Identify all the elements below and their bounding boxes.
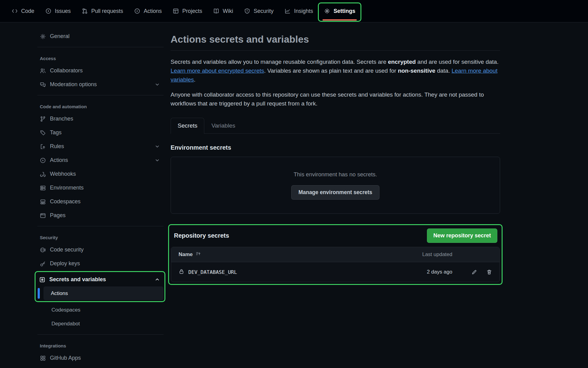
key-icon: [40, 261, 46, 267]
nav-tab-code[interactable]: Code: [7, 0, 39, 22]
book-icon: [213, 8, 219, 14]
sidebar-item-label: Webhooks: [50, 171, 76, 177]
sidebar-item-label: Tags: [50, 129, 62, 136]
chevron-up-icon: [155, 277, 160, 282]
column-header-last-updated: Last updated: [403, 251, 452, 258]
sidebar-divider: [37, 95, 164, 95]
secret-last-updated: 2 days ago: [403, 269, 452, 275]
sidebar-item-webhooks[interactable]: Webhooks: [37, 167, 164, 181]
nav-tab-label: Wiki: [223, 8, 233, 14]
nav-tab-label: Settings: [334, 8, 355, 14]
nav-tab-label: Security: [254, 8, 273, 14]
browser-icon: [40, 213, 46, 219]
sidebar-item-environments[interactable]: Environments: [37, 181, 164, 195]
sidebar-divider: [37, 226, 164, 226]
new-repository-secret-button[interactable]: New repository secret: [427, 228, 497, 243]
sidebar-section-header-integrations: Integrations: [37, 338, 164, 351]
sidebar-item-label: Branches: [50, 116, 73, 122]
sidebar-item-general[interactable]: General: [37, 29, 164, 43]
table-header-row: Name Last updated: [171, 247, 499, 262]
emphasis-text: encrypted: [388, 59, 416, 65]
nav-tab-wiki[interactable]: Wiki: [209, 0, 238, 22]
intro-text: and are used for sensitive data.: [416, 59, 499, 65]
secrets-variables-tabs: SecretsVariables: [171, 118, 500, 134]
repository-secrets-heading: Repository secrets: [174, 232, 229, 239]
environment-secrets-box: This environment has no secrets. Manage …: [171, 157, 500, 214]
issue-opened-icon: [45, 8, 51, 14]
sidebar-item-codespaces[interactable]: Codespaces: [37, 195, 164, 209]
repository-secrets-header: Repository secrets New repository secret: [171, 226, 500, 247]
environments-icon: [40, 185, 46, 191]
sidebar-section-header-security: Security: [37, 229, 164, 243]
sidebar-item-deploy-keys[interactable]: Deploy keys: [37, 257, 164, 270]
nav-tab-insights[interactable]: Insights: [280, 0, 318, 22]
sidebar-subitem-label: Codespaces: [51, 307, 81, 313]
secret-row: DEV_DATABASE_URL2 days ago: [171, 262, 499, 282]
sidebar-item-email-notifications[interactable]: Email notifications: [37, 365, 164, 368]
sidebar-item-label: Moderation options: [50, 81, 97, 88]
sort-ascending-icon: [196, 251, 201, 258]
sidebar-annotation-box: Secrets and variablesActions: [35, 271, 165, 302]
comment-discussion-icon: [40, 82, 46, 88]
intro-paragraph: Secrets and variables allow you to manag…: [171, 57, 500, 84]
sidebar-item-label: General: [50, 33, 70, 40]
sidebar-subitem-actions[interactable]: Actions: [43, 286, 164, 300]
sidebar-item-rules[interactable]: Rules: [37, 140, 164, 153]
nav-tab-actions[interactable]: Actions: [130, 0, 166, 22]
repository-secrets-annotation-box: Repository secrets New repository secret…: [168, 224, 503, 285]
people-icon: [40, 68, 46, 74]
collaborator-note-paragraph: Anyone with collaborator access to this …: [171, 90, 500, 108]
nav-tab-pull-requests[interactable]: Pull requests: [77, 0, 128, 22]
sidebar-item-moderation-options[interactable]: Moderation options: [37, 78, 164, 91]
play-circle-icon: [40, 157, 46, 163]
nav-tab-label: Issues: [55, 8, 71, 14]
codespaces-icon: [40, 199, 46, 205]
git-branch-icon: [40, 116, 46, 122]
sidebar-item-label: Secrets and variables: [49, 276, 106, 283]
secret-asterisk-icon: [39, 277, 45, 283]
tab-secrets[interactable]: Secrets: [171, 118, 204, 134]
environment-secrets-heading: Environment secrets: [171, 144, 500, 151]
sidebar-item-collaborators[interactable]: Collaborators: [37, 64, 164, 78]
rules-icon: [40, 144, 46, 150]
sidebar-item-branches[interactable]: Branches: [37, 112, 164, 126]
delete-secret-button[interactable]: [486, 269, 492, 275]
nav-tab-security[interactable]: Security: [239, 0, 278, 22]
sidebar-item-actions[interactable]: Actions: [37, 153, 164, 167]
tab-variables[interactable]: Variables: [204, 118, 242, 133]
gear-icon: [324, 8, 330, 14]
edit-secret-button[interactable]: [471, 269, 477, 275]
nav-tab-projects[interactable]: Projects: [168, 0, 207, 22]
repository-secrets-table: Name Last updated DEV_DATABASE_URL2 days…: [171, 247, 500, 282]
nav-tab-label: Projects: [182, 8, 202, 14]
sidebar-item-code-security[interactable]: Code security: [37, 243, 164, 257]
nav-tab-label: Code: [21, 8, 34, 14]
nav-tab-label: Insights: [294, 8, 313, 14]
sidebar-item-secrets-and-variables[interactable]: Secrets and variables: [37, 273, 164, 286]
column-header-name[interactable]: Name: [179, 251, 403, 258]
sidebar-item-label: Actions: [50, 157, 68, 163]
code-scan-icon: [40, 247, 46, 253]
sidebar-item-github-apps[interactable]: GitHub Apps: [37, 351, 164, 365]
code-icon: [12, 8, 18, 14]
sidebar-subitem-codespaces[interactable]: Codespaces: [44, 303, 164, 317]
repo-tab-bar: CodeIssuesPull requestsActionsProjectsWi…: [0, 0, 588, 22]
main-content: Actions secrets and variables Secrets an…: [171, 29, 500, 285]
sidebar-item-label: Collaborators: [50, 67, 83, 74]
nav-tab-issues[interactable]: Issues: [41, 0, 75, 22]
chevron-down-icon: [155, 158, 160, 163]
apps-grid-icon: [40, 355, 46, 361]
chevron-down-icon: [155, 82, 160, 87]
nav-tab-settings[interactable]: Settings: [319, 0, 360, 22]
sidebar-item-label: Codespaces: [50, 198, 81, 205]
sidebar-item-label: Code security: [50, 247, 84, 253]
manage-environment-secrets-button[interactable]: Manage environment secrets: [291, 185, 379, 200]
sidebar-item-tags[interactable]: Tags: [37, 126, 164, 140]
secret-name-cell: DEV_DATABASE_URL: [179, 269, 403, 276]
learn-more-link[interactable]: Learn more about encrypted secrets: [171, 67, 264, 74]
sidebar-item-label: Pages: [50, 212, 66, 219]
sidebar-item-label: Rules: [50, 143, 64, 150]
sidebar-subitem-dependabot[interactable]: Dependabot: [44, 317, 164, 331]
sidebar-item-pages[interactable]: Pages: [37, 209, 164, 222]
intro-text: data.: [435, 67, 452, 74]
